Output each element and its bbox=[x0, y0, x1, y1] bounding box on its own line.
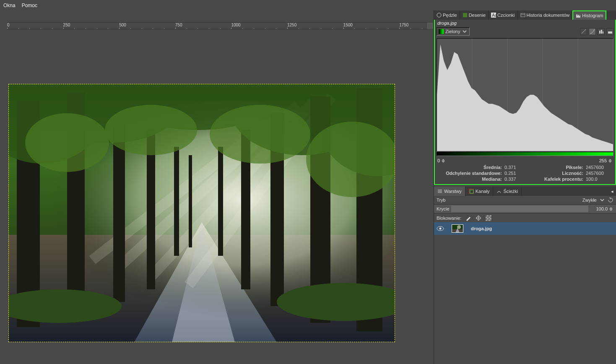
stat-count-label: Liczność: bbox=[528, 171, 583, 176]
ruler-tick: 500 bbox=[119, 23, 126, 27]
histogram-icon bbox=[576, 13, 581, 18]
menubar: Okna Pomoc bbox=[0, 0, 616, 10]
layer-item[interactable]: droga.jpg bbox=[434, 222, 616, 235]
stat-pct-value: 100.0 bbox=[586, 177, 611, 182]
tab-pedzle-label: Pędzle bbox=[443, 13, 457, 18]
lock-label: Blokowanie: bbox=[437, 216, 461, 221]
tab-warstwy-label: Warstwy bbox=[444, 189, 462, 194]
right-dock: Pędzle Desenie Aa Czcionki Historia doku… bbox=[434, 10, 616, 364]
brush-icon bbox=[437, 13, 442, 18]
histogram-chart[interactable] bbox=[437, 38, 613, 151]
tab-historia[interactable]: Historia dokumentów bbox=[518, 10, 573, 20]
hist-mode2-icon[interactable] bbox=[606, 28, 613, 35]
channel-label: Zielony bbox=[445, 29, 460, 34]
stat-pixels-label: Piksele: bbox=[528, 165, 583, 170]
ruler-tick: 250 bbox=[63, 23, 70, 27]
visibility-icon[interactable] bbox=[437, 226, 444, 231]
blend-mode-row: Tryb Zwykłe bbox=[434, 196, 616, 205]
opacity-spinner[interactable] bbox=[609, 207, 613, 211]
stat-median-label: Mediana: bbox=[439, 177, 502, 182]
layer-thumbnail bbox=[452, 224, 463, 233]
histogram-stats: Średnia: 0.371 Piksele: 2457600 Odchylen… bbox=[435, 165, 615, 184]
ruler-tick: 1000 bbox=[231, 23, 240, 27]
blend-mode-selector[interactable]: Zwykłe bbox=[582, 197, 613, 203]
ruler-tick: 750 bbox=[175, 23, 182, 27]
range-max: 255 bbox=[599, 158, 607, 163]
layers-icon bbox=[437, 189, 442, 194]
range-min-spinner[interactable] bbox=[442, 159, 446, 163]
channel-swatch-icon bbox=[439, 29, 444, 34]
blend-mode-value: Zwykłe bbox=[582, 198, 597, 203]
stat-mean-label: Średnia: bbox=[439, 165, 502, 170]
channel-selector[interactable]: Zielony bbox=[437, 27, 470, 36]
svg-point-53 bbox=[457, 225, 461, 229]
histogram-filename: droga.jpg bbox=[435, 20, 615, 26]
menu-okna[interactable]: Okna bbox=[3, 3, 16, 8]
stat-count-value: 2457600 bbox=[586, 171, 611, 176]
reset-icon[interactable] bbox=[608, 197, 613, 203]
lock-alpha-icon[interactable] bbox=[486, 215, 491, 221]
svg-point-32 bbox=[437, 13, 441, 17]
tab-desenie-label: Desenie bbox=[469, 13, 486, 18]
canvas-image[interactable] bbox=[8, 84, 395, 342]
svg-rect-36 bbox=[521, 13, 525, 17]
layers-panel: Warstwy Kanały Ścieżki ◂ Tryb Zwykłe bbox=[434, 187, 616, 364]
stat-mean-value: 0.371 bbox=[504, 165, 525, 170]
layer-list: droga.jpg bbox=[434, 222, 616, 364]
tab-historia-label: Historia dokumentów bbox=[527, 13, 570, 18]
paths-icon bbox=[496, 189, 502, 194]
tab-czcionki[interactable]: Aa Czcionki bbox=[489, 10, 518, 20]
opacity-label: Krycie bbox=[437, 206, 450, 211]
lock-row: Blokowanie: bbox=[434, 213, 616, 222]
ruler-tick: 1750 bbox=[399, 23, 408, 27]
svg-rect-38 bbox=[599, 31, 600, 34]
hist-mode1-icon[interactable] bbox=[598, 28, 605, 35]
tab-sciezki[interactable]: Ścieżki bbox=[493, 187, 522, 196]
svg-rect-40 bbox=[603, 31, 603, 34]
canvas-area: 02505007501000125015001750 bbox=[0, 10, 434, 364]
svg-rect-47 bbox=[470, 190, 473, 193]
histogram-gradient[interactable] bbox=[437, 152, 613, 156]
tab-histogram-label: Histogram bbox=[582, 13, 603, 18]
histogram-panel: droga.jpg Zielony 0 bbox=[434, 20, 616, 185]
tab-histogram[interactable]: Histogram bbox=[572, 10, 606, 20]
tab-desenie[interactable]: Desenie bbox=[460, 10, 489, 20]
stat-std-value: 0.251 bbox=[504, 171, 525, 176]
blend-mode-label: Tryb bbox=[437, 198, 582, 203]
ruler-horizontal[interactable]: 02505007501000125015001750 bbox=[7, 22, 427, 29]
hist-log-icon[interactable] bbox=[589, 28, 596, 35]
pattern-icon bbox=[463, 13, 468, 18]
ruler-zoom-icon[interactable] bbox=[427, 23, 433, 29]
range-max-spinner[interactable] bbox=[608, 159, 613, 163]
histogram-range: 0 255 bbox=[435, 156, 615, 165]
stat-pct-label: Kafelek procentu: bbox=[528, 177, 583, 182]
histogram-toolbar: Zielony bbox=[435, 26, 615, 38]
dock-tab-row-top: Pędzle Desenie Aa Czcionki Historia doku… bbox=[434, 10, 616, 20]
stat-pixels-value: 2457600 bbox=[586, 165, 611, 170]
lock-paint-icon[interactable] bbox=[465, 215, 471, 221]
tab-czcionki-label: Czcionki bbox=[497, 13, 515, 18]
tab-warstwy[interactable]: Warstwy bbox=[434, 187, 465, 196]
lock-move-icon[interactable] bbox=[476, 215, 481, 221]
layers-tab-row: Warstwy Kanały Ścieżki ◂ bbox=[434, 187, 616, 196]
tab-kanaly[interactable]: Kanały bbox=[465, 187, 494, 196]
menu-pomoc[interactable]: Pomoc bbox=[22, 3, 37, 8]
ruler-tick: 1250 bbox=[287, 23, 296, 27]
selection-marquee bbox=[8, 84, 395, 342]
layer-name: droga.jpg bbox=[471, 226, 492, 231]
history-icon bbox=[520, 13, 525, 18]
svg-rect-33 bbox=[463, 13, 467, 17]
svg-text:Aa: Aa bbox=[492, 13, 496, 18]
stat-median-value: 0.337 bbox=[504, 177, 525, 182]
svg-rect-41 bbox=[608, 31, 612, 34]
ruler-tick: 1500 bbox=[343, 23, 353, 27]
chevron-down-icon bbox=[462, 29, 468, 34]
range-min: 0 bbox=[437, 158, 440, 163]
tab-pedzle[interactable]: Pędzle bbox=[434, 10, 460, 20]
opacity-slider[interactable] bbox=[451, 205, 588, 212]
panel-menu-icon[interactable]: ◂ bbox=[608, 189, 616, 194]
ruler-tick: 0 bbox=[7, 23, 10, 27]
opacity-row: Krycie 100.0 bbox=[434, 205, 616, 213]
svg-rect-39 bbox=[601, 30, 602, 34]
hist-linear-icon[interactable] bbox=[580, 28, 587, 35]
